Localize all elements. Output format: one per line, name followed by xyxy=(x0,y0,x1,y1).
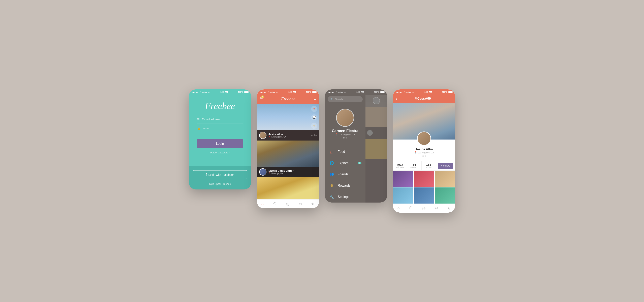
profile-nav-home[interactable]: ⌂ xyxy=(398,206,400,210)
time-4: 4:20 AM xyxy=(424,91,432,93)
nav-camera[interactable]: ◎ xyxy=(286,202,290,206)
share-button-1[interactable]: ↪ xyxy=(311,123,317,129)
comment-button-1[interactable]: 💬 xyxy=(311,114,317,120)
menu-item-settings[interactable]: 🔧 Settings xyxy=(325,191,366,202)
dot3 xyxy=(194,92,196,92)
profile-photo-indicator xyxy=(396,154,452,158)
profile-display-name: Jesica Alba xyxy=(396,148,452,151)
menu-item-rewards[interactable]: ⚙ Rewards xyxy=(325,180,366,191)
time-3: 4:20 AM xyxy=(356,91,364,93)
profile-nav-clock[interactable]: ⏱ xyxy=(409,206,413,210)
stats-follow-row: 4017 Followers 54 Following 153 Photos +… xyxy=(393,161,455,170)
battery-3 xyxy=(380,91,384,93)
search-input-wrap[interactable]: 🔍 Search xyxy=(328,96,363,102)
login-button[interactable]: Login xyxy=(197,139,243,148)
email-input-group[interactable]: ✉ xyxy=(197,118,243,124)
card1-actions: ♥ 💬 ↪ xyxy=(311,106,317,129)
right-4: 100% xyxy=(442,91,452,93)
menu-item-friends[interactable]: 👥 Friends xyxy=(325,169,366,180)
like-button-1[interactable]: ♥ xyxy=(311,106,317,112)
nav-mail[interactable]: ✉ xyxy=(298,202,302,206)
feed-icon: ⬚ xyxy=(329,149,334,154)
photo-4[interactable] xyxy=(393,188,413,204)
card2-user-info: Shawn Corey Carter 📍 Brooklyn, NY xyxy=(268,169,311,174)
explore-icon: 🌐 xyxy=(329,160,334,166)
rewards-label: Rewards xyxy=(338,184,350,188)
card1-photo: ♥ 💬 ↪ xyxy=(257,104,319,130)
card1-location: 📍 Los Angeles, CA xyxy=(268,136,309,138)
profile-bottom-nav: ⌂ ⏱ ◎ ✉ ★ xyxy=(393,204,455,212)
profile-avatar-hero xyxy=(418,132,430,145)
menu-profile-location: 📍 Los Angeles, CA xyxy=(335,133,355,136)
profile-nav-camera[interactable]: ◎ xyxy=(422,206,426,210)
card1-user-info: Jesica Alba 📍 Los Angeles, CA xyxy=(268,133,309,138)
menu-item-explore[interactable]: 🌐 Explore 5 xyxy=(325,158,366,169)
forgot-password-link[interactable]: Forgot password? xyxy=(197,151,243,154)
friends-label: Friends xyxy=(338,172,348,176)
photo-5[interactable] xyxy=(414,188,434,204)
profile-avatar-img xyxy=(337,109,354,126)
photo-3[interactable] xyxy=(435,171,455,187)
clock-icon-1: ⏱ xyxy=(311,134,313,136)
signal-dots-3 xyxy=(328,92,334,92)
battery-pct-4: 100% xyxy=(442,91,447,93)
card2-image xyxy=(257,140,319,167)
facebook-login-button[interactable]: f Login with Facebook xyxy=(193,170,247,180)
dot2 xyxy=(193,92,194,92)
menu-profile-avatar[interactable] xyxy=(336,109,354,127)
feed-behind xyxy=(366,95,388,202)
photo-2[interactable] xyxy=(414,171,434,187)
status-signal-4: Freebee ▲ xyxy=(396,91,414,93)
phone-login: Freebee ▲ 4:20 AM 100% Freebee ✉ 🔒 Log xyxy=(189,90,251,190)
app-logo: Freebee xyxy=(205,101,235,111)
profile-nav-mail[interactable]: ✉ xyxy=(434,206,438,210)
menu-item-feed[interactable]: ⬚ Feed xyxy=(325,146,366,158)
login-header: Freebee ✉ 🔒 Login Forgot password? xyxy=(189,95,251,154)
search-icon: 🔍 xyxy=(330,98,334,101)
profile-nav-star[interactable]: ★ xyxy=(447,206,450,210)
card2-photo xyxy=(257,140,319,167)
phone-profile: Freebee ▲ 4:20 AM 100% ‹ @JessA69 Jesica… xyxy=(393,90,455,212)
card2-username: Shawn Corey Carter xyxy=(268,169,311,172)
nav-star[interactable]: ★ xyxy=(311,202,314,206)
pin-icon-2: 📍 xyxy=(268,172,271,174)
avatar-behind xyxy=(373,97,380,104)
card2-avatar xyxy=(259,168,266,176)
nav-home[interactable]: ⌂ xyxy=(262,202,264,206)
status-bar-3: Freebee ▲ 4:20 AM 100% xyxy=(325,90,387,95)
card-behind-footer-2 xyxy=(366,159,388,171)
profile-indicator xyxy=(343,136,347,140)
password-input[interactable] xyxy=(203,127,243,130)
password-input-group[interactable]: 🔒 xyxy=(197,126,243,132)
photo-6[interactable] xyxy=(435,188,455,204)
photo-1[interactable] xyxy=(393,171,413,187)
back-button[interactable]: ‹ xyxy=(396,96,397,101)
profile-large-avatar xyxy=(417,132,431,146)
search-area: 🔍 Search xyxy=(325,95,366,105)
facebook-icon: f xyxy=(206,173,207,176)
search-placeholder: Search xyxy=(335,98,343,101)
card-behind-footer xyxy=(366,127,388,139)
photo-grid xyxy=(393,171,455,204)
notification-badge: 5 xyxy=(261,96,264,98)
signup-link[interactable]: Sign Up for Freebee xyxy=(209,182,231,186)
profile-hero-image xyxy=(393,103,455,140)
img-behind-1 xyxy=(366,107,388,127)
feed-card-2: Shawn Corey Carter 📍 Brooklyn, NY ··· xyxy=(257,140,319,177)
followers-stat: 4017 Followers xyxy=(393,161,407,170)
dot4 xyxy=(196,92,197,92)
nav-clock[interactable]: ⏱ xyxy=(273,202,277,206)
email-input[interactable] xyxy=(202,118,243,121)
wifi-icon: ▲ xyxy=(208,91,210,93)
status-time: 4:20 AM xyxy=(220,91,228,93)
explore-label: Explore xyxy=(338,161,348,165)
more-options-2[interactable]: ··· xyxy=(313,170,317,174)
card1-time: ⏱ 2m xyxy=(311,134,317,136)
menu-button[interactable]: ☰ 5 xyxy=(260,97,263,101)
explore-badge: 5 xyxy=(358,162,361,164)
side-panel: 🔍 Search Carmen Electra 📍 Los Angeles, C… xyxy=(325,95,366,202)
follow-button[interactable]: + Follow xyxy=(438,163,453,169)
ind-dot-1 xyxy=(343,137,344,138)
following-label: Following xyxy=(407,166,421,168)
feed-app-title: Freebee xyxy=(281,96,295,102)
